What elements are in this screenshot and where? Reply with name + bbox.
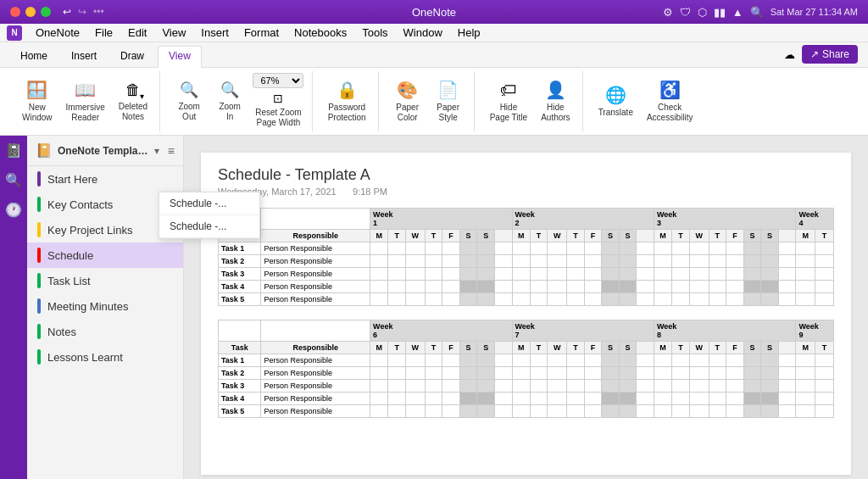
- sidebar-item-notes[interactable]: Notes: [27, 319, 183, 344]
- schedule-table-2: Week6 Week7 Week8 Week9 Task Responsible…: [218, 320, 834, 418]
- ribbon-group-password: 🔒 PasswordProtection: [316, 71, 379, 131]
- deleted-notes-icon: 🗑 ▾: [125, 81, 141, 99]
- zoom-out-icon: 🔍: [180, 81, 198, 99]
- menu-view[interactable]: View: [155, 25, 192, 41]
- ribbon-group-tools: 🌐 Translate ♿ CheckAccessibility: [587, 71, 705, 131]
- immersive-reader-button[interactable]: 📖 ImmersiveReader: [61, 76, 110, 126]
- shield-icon[interactable]: 🛡: [680, 6, 691, 19]
- notebook-color-icon: 📔: [36, 142, 53, 159]
- undo-icon[interactable]: ↩: [63, 6, 71, 18]
- week-9-header: Week9: [796, 320, 834, 342]
- menu-format[interactable]: Format: [237, 25, 286, 41]
- menu-notebooks[interactable]: Notebooks: [287, 25, 353, 41]
- schedule-table-1-container: Week1 Week2 Week3 Week4 Task Responsible…: [218, 208, 834, 306]
- menubar: N OneNote File Edit View Insert Format N…: [0, 24, 868, 42]
- table-row: Task 2Person Responsible: [219, 367, 834, 380]
- translate-button[interactable]: 🌐 Translate: [593, 81, 638, 121]
- tab-view[interactable]: View: [158, 46, 202, 68]
- zoom-out-button[interactable]: 🔍 ZoomOut: [170, 77, 208, 125]
- password-protection-button[interactable]: 🔒 PasswordProtection: [323, 76, 371, 126]
- notebooks-icon[interactable]: 📓: [5, 142, 22, 159]
- redo-icon[interactable]: ↪: [78, 6, 86, 18]
- maximize-button[interactable]: [41, 7, 51, 17]
- minimize-button[interactable]: [25, 7, 36, 17]
- titlebar-right: ⚙ 🛡 ⬡ ▮▮ ▲ 🔍 Sat Mar 27 11:34 AM: [663, 6, 858, 19]
- menu-window[interactable]: Window: [397, 25, 449, 41]
- menu-file[interactable]: File: [88, 25, 120, 41]
- paper-style-icon: 📄: [437, 80, 459, 100]
- schedule-table-1: Week1 Week2 Week3 Week4 Task Responsible…: [218, 208, 834, 306]
- sidebar-items: Start Here Key Contacts Schedule -... Sc…: [27, 166, 183, 370]
- menu-insert[interactable]: Insert: [194, 25, 236, 41]
- paper-style-button[interactable]: 📄 PaperStyle: [430, 76, 467, 126]
- tab-home[interactable]: Home: [10, 47, 58, 67]
- key-contacts-label: Key Contacts: [47, 198, 113, 211]
- settings-icon[interactable]: ⚙: [663, 6, 673, 19]
- traffic-lights: [10, 7, 51, 17]
- page-item-schedule-2[interactable]: Schedule -...: [159, 215, 259, 238]
- paper-color-button[interactable]: 🎨 PaperColor: [389, 76, 426, 126]
- ribbon-tabs: Home Insert Draw View ☁ ↗ Share: [0, 42, 868, 68]
- new-window-icon: 🪟: [26, 80, 47, 100]
- sidebar-item-lessons-learnt[interactable]: Lessons Learnt: [27, 344, 183, 370]
- menu-onenote[interactable]: OneNote: [29, 25, 86, 41]
- close-button[interactable]: [10, 7, 20, 17]
- app-title: OneNote: [412, 6, 456, 19]
- page-title: Schedule - Template A: [218, 166, 834, 184]
- translate-icon: 🌐: [605, 85, 626, 105]
- search-bar-icon[interactable]: 🔍: [5, 172, 22, 188]
- sort-icon[interactable]: ≡: [168, 144, 175, 158]
- icon-bar: 📓 🔍 🕐: [0, 136, 27, 479]
- battery-icon[interactable]: ▮▮: [714, 6, 726, 19]
- main-content[interactable]: Schedule - Template A Wednesday, March 1…: [184, 136, 868, 479]
- reset-zoom-button[interactable]: ⊡ Reset ZoomPage Width: [252, 90, 304, 130]
- onenote-logo: N: [7, 25, 22, 41]
- tab-draw[interactable]: Draw: [110, 47, 154, 67]
- lessons-learnt-color: [37, 349, 41, 365]
- password-icon: 🔒: [337, 80, 358, 100]
- notes-label: Notes: [47, 326, 76, 338]
- task-list-label: Task List: [47, 275, 91, 287]
- sidebar-item-start-here[interactable]: Start Here: [27, 166, 183, 192]
- page-item-schedule-1[interactable]: Schedule -...: [159, 192, 259, 215]
- paper-color-icon: 🎨: [397, 80, 418, 100]
- key-project-links-color: [37, 222, 41, 237]
- table-row: Task 2Person Responsible: [219, 255, 834, 268]
- new-window-button[interactable]: 🪟 NewWindow: [17, 76, 58, 126]
- wifi-icon[interactable]: ▲: [732, 6, 743, 19]
- table-header-responsible-empty: [261, 209, 370, 230]
- table-row: Task 5Person Responsible: [219, 293, 834, 306]
- zoom-select[interactable]: 67%100%150%: [253, 73, 303, 88]
- notebook-chevron-icon[interactable]: ▾: [154, 145, 159, 157]
- share-button[interactable]: ↗ Share: [802, 45, 858, 64]
- menu-help[interactable]: Help: [451, 25, 487, 41]
- menu-tools[interactable]: Tools: [355, 25, 394, 41]
- lessons-learnt-label: Lessons Learnt: [47, 351, 123, 364]
- zoom-in-icon: 🔍: [220, 81, 239, 99]
- notebook-title: OneNote Template for Pr...: [58, 145, 149, 157]
- zoom-in-button[interactable]: 🔍 ZoomIn: [211, 77, 248, 125]
- task-list-color: [37, 273, 41, 288]
- menu-edit[interactable]: Edit: [121, 25, 153, 41]
- hide-page-title-button[interactable]: 🏷 HidePage Title: [485, 77, 532, 126]
- ribbon-content: 🪟 NewWindow 📖 ImmersiveReader 🗑 ▾ Delete…: [0, 68, 868, 136]
- sidebar-item-meeting-minutes[interactable]: Meeting Minutes: [27, 293, 183, 319]
- tab-insert[interactable]: Insert: [61, 47, 107, 67]
- week-3-header: Week3: [654, 209, 795, 230]
- meeting-minutes-label: Meeting Minutes: [47, 300, 128, 313]
- recent-icon[interactable]: 🕐: [5, 202, 22, 218]
- more-icon[interactable]: •••: [93, 6, 104, 18]
- page-list-popup: Schedule -... Schedule -...: [159, 192, 260, 239]
- table-row: Task 1Person Responsible: [219, 242, 834, 255]
- search-icon[interactable]: 🔍: [750, 6, 764, 19]
- sidebar-item-schedule[interactable]: Schedule: [27, 242, 183, 268]
- bluetooth-icon[interactable]: ⬡: [698, 6, 707, 19]
- ribbon-group-paper: 🎨 PaperColor 📄 PaperStyle: [382, 71, 475, 131]
- hide-authors-button[interactable]: 👤 HideAuthors: [536, 76, 575, 126]
- check-accessibility-button[interactable]: ♿ CheckAccessibility: [642, 76, 698, 126]
- hide-authors-icon: 👤: [545, 80, 566, 100]
- sidebar-item-task-list[interactable]: Task List: [27, 268, 183, 293]
- accessibility-icon[interactable]: ☁: [784, 48, 795, 61]
- deleted-notes-button[interactable]: 🗑 ▾ DeletedNotes: [114, 78, 153, 125]
- week-8-header: Week8: [654, 320, 795, 342]
